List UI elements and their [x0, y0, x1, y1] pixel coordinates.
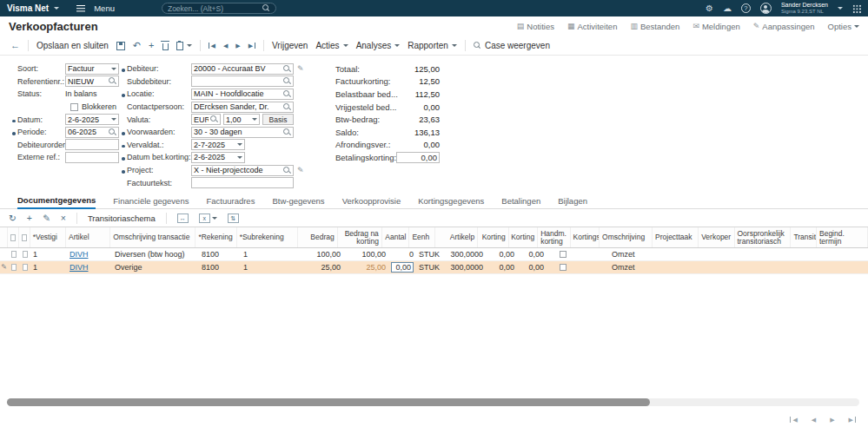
menu-button[interactable]: Menu: [94, 3, 115, 13]
lookup-icon[interactable]: [283, 65, 291, 73]
lookup-icon[interactable]: [109, 77, 116, 85]
omschrijving-transactie-cell[interactable]: Diversen (btw hoog): [112, 250, 199, 259]
bedrag-cell[interactable]: 25,00: [303, 263, 343, 272]
referentienr-input[interactable]: NIEUW: [65, 76, 119, 87]
meldingen-button[interactable]: ✉Meldingen: [692, 22, 739, 31]
column-header[interactable]: Oorspronkelijk transitoriasch: [735, 227, 792, 247]
global-search[interactable]: [162, 3, 276, 14]
omschrijving-cell[interactable]: Omzet: [609, 250, 663, 259]
row-files-cell[interactable]: [19, 264, 30, 271]
externe-ref-input[interactable]: [65, 152, 119, 163]
korting-pct-cell[interactable]: 0,00: [486, 263, 517, 272]
eenheid-cell[interactable]: STUK: [416, 263, 442, 272]
edit-debiteur-icon[interactable]: ✎: [297, 65, 304, 73]
row-notes-cell[interactable]: [8, 264, 19, 271]
table-row-selected[interactable]: ✎ 1 DIVH Overige 8100 1 25,00 25,00 0,00…: [0, 261, 868, 274]
column-header[interactable]: Verkoper: [699, 227, 734, 247]
horizontal-scrollbar[interactable]: [7, 398, 859, 406]
handm-korting-cell[interactable]: [547, 264, 580, 271]
subrekening-cell[interactable]: 1: [241, 263, 303, 272]
column-header[interactable]: Transito: [791, 227, 817, 247]
locatie-input[interactable]: MAIN - Hoofdlocatie: [191, 89, 294, 100]
global-search-input[interactable]: [168, 4, 259, 13]
datum-input[interactable]: 2-6-2025: [65, 114, 119, 125]
project-input[interactable]: X - Niet-projectcode: [191, 165, 294, 176]
edit-row-icon[interactable]: ✎: [43, 214, 50, 223]
column-header[interactable]: Omschrijving: [600, 227, 653, 247]
subrekening-cell[interactable]: 1: [241, 250, 303, 259]
column-header[interactable]: Artikelp: [435, 227, 478, 247]
column-header[interactable]: *Subrekening: [237, 227, 299, 247]
save-close-button[interactable]: Opslaan en sluiten: [36, 41, 109, 50]
avatar[interactable]: [760, 3, 772, 14]
case-weergeven-button[interactable]: Case weergeven: [474, 41, 550, 50]
column-header[interactable]: Omschrijving transactie: [110, 227, 195, 247]
column-header[interactable]: Korting: [509, 227, 539, 247]
vestiging-cell[interactable]: 1: [30, 263, 67, 272]
brand-logo[interactable]: Visma Net: [7, 3, 49, 13]
tab-documentgegevens[interactable]: Documentgegevens: [17, 195, 96, 209]
korting-bedrag-cell[interactable]: 0,00: [517, 250, 547, 259]
undo-icon[interactable]: ↶: [133, 41, 141, 50]
save-icon[interactable]: [116, 42, 125, 50]
column-header[interactable]: *Rekening: [195, 227, 236, 247]
valuta-input[interactable]: EUR: [191, 114, 221, 125]
factuurtekst-input[interactable]: [191, 177, 294, 188]
voorwaarden-input[interactable]: 30 - 30 dagen: [191, 127, 294, 138]
korting-bedrag-cell[interactable]: 0,00: [517, 263, 547, 272]
transitoriaschema-button[interactable]: Transitoriaschema: [88, 214, 156, 223]
tools-icon[interactable]: ⚙: [706, 4, 713, 13]
blokkeren-checkbox[interactable]: [70, 103, 78, 111]
column-header[interactable]: Artikel: [66, 227, 110, 247]
next-record-icon[interactable]: ▶: [235, 43, 240, 49]
brand-chevron-down-icon[interactable]: [54, 7, 59, 10]
refresh-icon[interactable]: ↻: [9, 214, 17, 223]
aantal-edit-input[interactable]: 0,00: [391, 262, 414, 273]
layout-icon[interactable]: ⇅: [228, 214, 239, 223]
acties-menu-button[interactable]: Acties: [315, 41, 348, 50]
search-icon[interactable]: [262, 4, 270, 12]
handm-korting-cell[interactable]: [547, 251, 580, 258]
vestiging-cell[interactable]: 1: [30, 250, 67, 259]
delete-icon[interactable]: [162, 43, 169, 50]
lookup-icon[interactable]: [109, 128, 116, 136]
notes-column-header[interactable]: [8, 227, 19, 247]
lookup-icon[interactable]: [283, 128, 291, 136]
artikel-cell[interactable]: DIVH: [67, 250, 112, 259]
add-icon[interactable]: +: [149, 41, 154, 50]
last-page-icon[interactable]: ▶: [849, 417, 856, 423]
lookup-icon[interactable]: [283, 167, 291, 174]
contactpersoon-input[interactable]: DErcksen Sander, Dr.: [191, 102, 294, 113]
vervaldat-input[interactable]: 2-7-2025: [191, 139, 245, 150]
table-row[interactable]: 1 DIVH Diversen (btw hoog) 8100 1 100,00…: [0, 248, 868, 261]
lookup-icon[interactable]: [283, 103, 291, 111]
tab-btw-gegevens[interactable]: Btw-gegevens: [272, 196, 324, 208]
subdebiteur-input[interactable]: [191, 76, 294, 87]
export-menu-button[interactable]: x: [199, 214, 217, 223]
row-files-cell[interactable]: [19, 251, 30, 258]
row-notes-cell[interactable]: [8, 251, 19, 258]
column-header[interactable]: Kortingsco: [571, 227, 600, 247]
lookup-icon[interactable]: [210, 115, 218, 123]
koers-input[interactable]: 1,00: [223, 114, 260, 125]
add-row-icon[interactable]: +: [27, 214, 32, 223]
column-header[interactable]: Korting: [478, 227, 508, 247]
last-record-icon[interactable]: ▶: [248, 43, 255, 49]
bestanden-button[interactable]: ▥Bestanden: [630, 22, 679, 31]
debiteur-input[interactable]: 20000 - Accuraat BV: [191, 63, 294, 75]
handm-korting-checkbox[interactable]: [560, 264, 567, 271]
artikelprijs-cell[interactable]: 300,0000: [442, 250, 486, 259]
lookup-icon[interactable]: [283, 77, 291, 85]
vrijgeven-button[interactable]: Vrijgeven: [272, 41, 308, 50]
tab-verkoopprovisie[interactable]: Verkoopprovisie: [342, 196, 401, 208]
next-page-icon[interactable]: ▶: [830, 417, 834, 423]
rapporten-menu-button[interactable]: Rapporten: [407, 41, 457, 50]
tab-kortingsgegevens[interactable]: Kortingsgegevens: [418, 196, 484, 208]
lookup-icon[interactable]: [283, 90, 291, 98]
hamburger-menu-icon[interactable]: [76, 5, 85, 7]
previous-record-icon[interactable]: ◀: [223, 43, 228, 49]
basis-button[interactable]: Basis: [262, 114, 294, 125]
rekening-cell[interactable]: 8100: [199, 250, 241, 259]
fit-columns-icon[interactable]: ↔: [177, 214, 189, 223]
artikel-cell[interactable]: DIVH: [67, 263, 112, 272]
